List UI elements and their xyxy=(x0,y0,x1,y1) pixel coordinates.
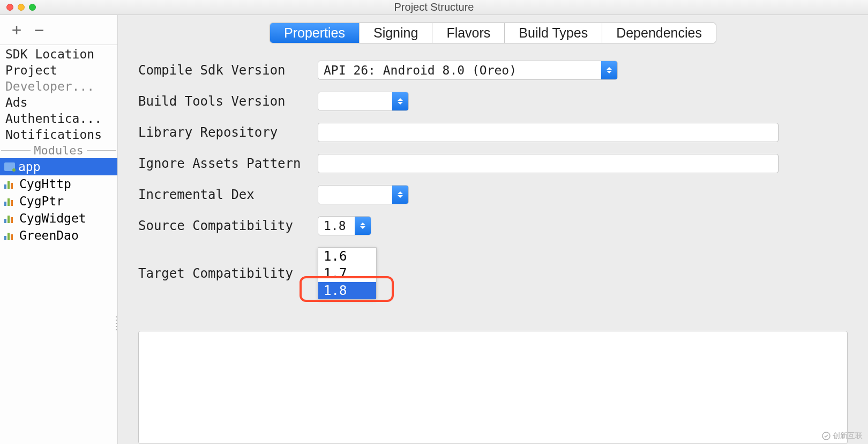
folder-icon xyxy=(4,162,15,171)
bars-icon xyxy=(4,231,16,240)
ignore-assets-input[interactable] xyxy=(318,154,779,173)
tab-properties[interactable]: Properties xyxy=(270,23,360,43)
add-button[interactable]: + xyxy=(12,22,21,38)
chevron-updown-icon xyxy=(392,92,408,110)
source-compat-label: Source Compatibility xyxy=(138,218,318,233)
chevron-updown-icon xyxy=(355,217,371,235)
bars-icon xyxy=(4,213,16,223)
titlebar: Project Structure xyxy=(0,0,868,15)
library-repo-input[interactable] xyxy=(318,123,779,142)
sidebar-item-notifications[interactable]: Notifications xyxy=(0,127,117,143)
library-repo-label: Library Repository xyxy=(138,125,318,140)
tab-bar: Properties Signing Flavors Build Types D… xyxy=(118,15,868,43)
tab-flavors[interactable]: Flavors xyxy=(432,23,505,43)
sidebar: + − SDK Location Project Developer... Ad… xyxy=(0,15,118,444)
watermark-icon xyxy=(822,432,830,440)
sidebar-item-project[interactable]: Project xyxy=(0,62,117,78)
bars-icon xyxy=(4,196,16,206)
module-label: CygHttp xyxy=(19,177,71,191)
build-tools-select[interactable] xyxy=(318,92,409,111)
ignore-assets-label: Ignore Assets Pattern xyxy=(138,156,318,171)
close-window-button[interactable] xyxy=(6,4,13,11)
dropdown-option-1-8[interactable]: 1.8 xyxy=(318,282,376,299)
sidebar-item-sdk-location[interactable]: SDK Location xyxy=(0,46,117,62)
chevron-updown-icon xyxy=(601,61,617,79)
window-title: Project Structure xyxy=(394,1,474,13)
module-cygptr[interactable]: CygPtr xyxy=(0,193,117,210)
source-compat-value: 1.8 xyxy=(318,219,355,233)
compile-sdk-label: Compile Sdk Version xyxy=(138,63,318,78)
build-tools-label: Build Tools Version xyxy=(138,94,318,109)
incremental-dex-label: Incremental Dex xyxy=(138,187,318,202)
split-handle[interactable] xyxy=(115,315,118,331)
remove-button[interactable]: − xyxy=(34,22,44,38)
sidebar-item-developer[interactable]: Developer... xyxy=(0,78,117,94)
compile-sdk-value: API 26: Android 8.0 (Oreo) xyxy=(318,63,601,77)
module-app[interactable]: app xyxy=(0,158,117,175)
module-label: GreenDao xyxy=(19,228,79,242)
module-label: app xyxy=(18,160,41,174)
module-label: CygPtr xyxy=(19,194,64,208)
target-compat-dropdown[interactable]: 1.6 1.7 1.8 xyxy=(318,247,377,300)
chevron-updown-icon xyxy=(392,186,408,204)
module-cyghttp[interactable]: CygHttp xyxy=(0,175,117,193)
window-controls xyxy=(0,4,36,11)
properties-form: Compile Sdk Version API 26: Android 8.0 … xyxy=(118,43,868,312)
module-label: CygWidget xyxy=(19,211,86,225)
tab-dependencies[interactable]: Dependencies xyxy=(602,23,716,43)
details-panel xyxy=(138,331,848,444)
maximize-window-button[interactable] xyxy=(29,4,36,11)
tab-signing[interactable]: Signing xyxy=(360,23,432,43)
sidebar-list: SDK Location Project Developer... Ads Au… xyxy=(0,45,117,244)
incremental-dex-select[interactable] xyxy=(318,185,409,204)
target-compat-label: Target Compatibility xyxy=(138,266,318,281)
minimize-window-button[interactable] xyxy=(18,4,25,11)
sidebar-item-authentication[interactable]: Authentica... xyxy=(0,110,117,127)
modules-heading: Modules xyxy=(0,143,117,158)
dropdown-option-1-7[interactable]: 1.7 xyxy=(318,265,376,282)
content-area: Properties Signing Flavors Build Types D… xyxy=(118,15,868,444)
module-greendao[interactable]: GreenDao xyxy=(0,227,117,244)
source-compat-select[interactable]: 1.8 xyxy=(318,216,371,235)
module-cygwidget[interactable]: CygWidget xyxy=(0,210,117,227)
dropdown-option-1-6[interactable]: 1.6 xyxy=(318,248,376,265)
tab-build-types[interactable]: Build Types xyxy=(505,23,602,43)
watermark: 创新互联 xyxy=(822,431,863,441)
compile-sdk-select[interactable]: API 26: Android 8.0 (Oreo) xyxy=(318,61,618,80)
sidebar-item-ads[interactable]: Ads xyxy=(0,94,117,110)
bars-icon xyxy=(4,179,16,189)
sidebar-toolbar: + − xyxy=(0,15,117,45)
